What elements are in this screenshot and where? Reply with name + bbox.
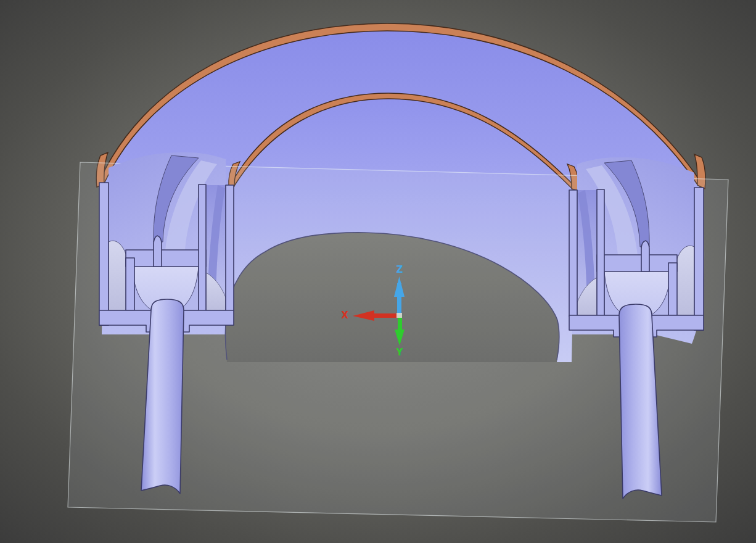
cut-bar[interactable] [126, 250, 206, 267]
cut-strip-c[interactable] [199, 184, 206, 312]
axis-origin-dot[interactable] [396, 313, 402, 318]
axis-y-label: Y [396, 347, 404, 358]
3d-viewport[interactable]: X Z Y [0, 0, 756, 543]
cut-strip-outer[interactable] [99, 183, 109, 325]
cut-strip-inner[interactable] [226, 185, 234, 312]
cut-fin[interactable] [154, 236, 162, 267]
axis-x-label: X [341, 310, 348, 321]
axis-z-label: Z [396, 264, 403, 275]
cut-strip-b[interactable] [126, 258, 134, 310]
